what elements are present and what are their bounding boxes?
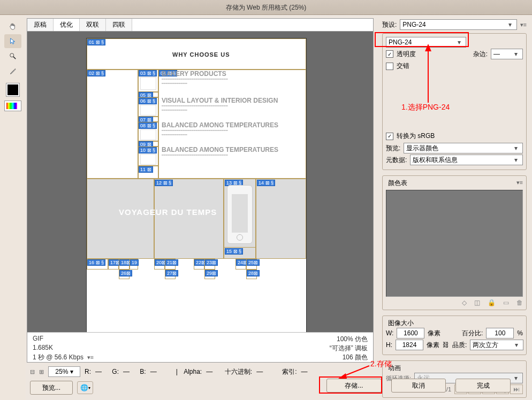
height-field[interactable] [396, 340, 423, 350]
preview-button[interactable]: 预览... [30, 381, 73, 395]
ct-tool-3[interactable]: 🔒 [488, 299, 496, 306]
ct-tool-5[interactable]: 🗑 [516, 299, 523, 306]
link-icon[interactable]: ⛓ [443, 341, 449, 349]
format-combo[interactable]: PNG-24▾ [386, 37, 466, 48]
width-field[interactable] [397, 328, 424, 339]
eyedropper-tool[interactable] [4, 64, 21, 78]
cancel-button[interactable]: 取消 [391, 379, 446, 393]
transparency-check[interactable]: ✓透明度 [386, 50, 416, 59]
slice-12-label: 12 ⊠ § [155, 180, 173, 186]
tab-original[interactable]: 原稿 [27, 19, 54, 31]
slice-02-label: 02 ⊠ § [87, 70, 105, 76]
foreground-swatch[interactable] [6, 83, 19, 96]
colortable-menu-icon[interactable]: ▾≡ [516, 179, 523, 186]
interlace-check[interactable]: 交错 [386, 61, 409, 71]
preset-label: 预设: [382, 20, 397, 29]
ct-tool-1[interactable]: ◇ [462, 299, 467, 306]
phone-mockup-icon [227, 185, 253, 244]
document-preview: 01 ⊠ § WHY CHOOSE US 02 ⊠ § 03 ⊠ § 04 ⊠ … [86, 38, 307, 332]
tab-4up[interactable]: 四联 [106, 19, 132, 31]
preview-canvas[interactable]: 01 ⊠ § WHY CHOOSE US 02 ⊠ § 03 ⊠ § 04 ⊠ … [27, 32, 373, 332]
slice-23-label: 23⊠ [205, 259, 218, 266]
color-table[interactable] [386, 190, 523, 297]
right-panel: 预设: PNG-24▾ ▾≡ PNG-24▾ ✓透明度 杂边:—▾ 交错 ✓转换… [377, 15, 532, 400]
save-button[interactable]: 存储... [326, 379, 382, 393]
quality-combo[interactable]: 两次立方▾ [470, 340, 523, 350]
zoom-out-icon[interactable]: ⊟ [30, 368, 35, 375]
slice-25-label: 25⊠ [247, 259, 260, 266]
ct-tool-4[interactable]: ▭ [503, 299, 509, 306]
animation-legend: 动画 [386, 364, 403, 373]
metadata-combo[interactable]: 版权和联系信息▾ [410, 155, 523, 165]
sub1: BAKERY PRODUCTS━━━━━━━━━━━━━━━━━━━━━━━━━… [162, 72, 290, 86]
tool-column [0, 15, 26, 400]
tab-2up[interactable]: 双联 [80, 19, 106, 31]
zoom-field[interactable]: 25% ▾ [48, 366, 80, 377]
slice-11-label: 11 ⊠ [139, 166, 153, 173]
slice-14-label: 14 ⊠ § [257, 180, 275, 186]
srgb-check[interactable]: ✓转换为 sRGB [386, 132, 435, 141]
preview-tabs: 原稿 优化 双联 四联 [27, 18, 374, 31]
svg-point-0 [10, 53, 14, 57]
zoom-in-icon[interactable]: ⊞ [39, 368, 44, 375]
preview-info: GIF100% 仿色 1.685K“可选择” 调板 1 秒 @ 56.6 Kbp… [27, 332, 373, 362]
ct-tool-2[interactable]: ◫ [474, 299, 480, 306]
matte-combo[interactable]: —▾ [491, 49, 523, 59]
window-title: 存储为 Web 所用格式 (25%) [0, 0, 532, 15]
slice-visibility-toggle[interactable] [4, 101, 21, 111]
arrow-tool[interactable] [4, 34, 21, 48]
slice-16-label: 16 ⊠ § [87, 259, 105, 266]
percent-field[interactable] [486, 328, 514, 339]
slice-08-label: 08 ⊠ § [139, 122, 157, 129]
preset-combo[interactable]: PNG-24▾ [400, 19, 516, 30]
done-button[interactable]: 完成 [455, 379, 511, 393]
colortable-legend: 颜色表 [386, 179, 409, 188]
zoom-tool[interactable] [4, 49, 21, 63]
slice-01-label: 01 ⊠ § [87, 39, 105, 45]
hand-tool[interactable] [4, 19, 21, 33]
imagesize-legend: 图像大小 [386, 319, 416, 328]
sub4: BALANCED AMONG TEMPERATURES━━━━━━━━━━━━━… [162, 148, 290, 157]
preset-menu-icon[interactable]: ▾≡ [520, 21, 527, 28]
slice-19-label: 19 [130, 259, 139, 266]
slice-27-label: 27⊠ [165, 270, 178, 276]
tab-optimized[interactable]: 优化 [54, 19, 80, 31]
previewmode-combo[interactable]: 显示器颜色▾ [404, 143, 523, 153]
metadata-label: 元数据: [386, 156, 407, 165]
slice-21-label: 21⊠ [165, 259, 178, 266]
sub3: BALANCED AMONG TEMPERATURES━━━━━━━━━━━━━… [162, 123, 290, 137]
slice-10-label: 10 ⊠ § [139, 147, 157, 153]
slice-03-label: 03 ⊠ § [139, 70, 157, 76]
sub2: VISUAL LAYOUT & INTERIOR DESIGN━━━━━━━━━… [162, 98, 290, 112]
previewmode-label: 预览: [386, 144, 400, 153]
svg-line-1 [13, 57, 16, 59]
matte-label: 杂边: [473, 50, 488, 59]
ghost-voyageur: VOYAGEUR DU TEMPS [119, 207, 217, 217]
slice-28-label: 28⊠ [247, 270, 260, 276]
heading-why: WHY CHOOSE US [172, 51, 230, 58]
slice-29-label: 29⊠ [205, 270, 218, 276]
slice-26-label: 26⊠ [119, 270, 132, 276]
slice-15-label: 15 ⊠ § [225, 248, 243, 255]
slice-06-label: 06 ⊠ § [139, 98, 157, 104]
browser-preview-icon[interactable]: 🌐▾ [77, 381, 93, 394]
